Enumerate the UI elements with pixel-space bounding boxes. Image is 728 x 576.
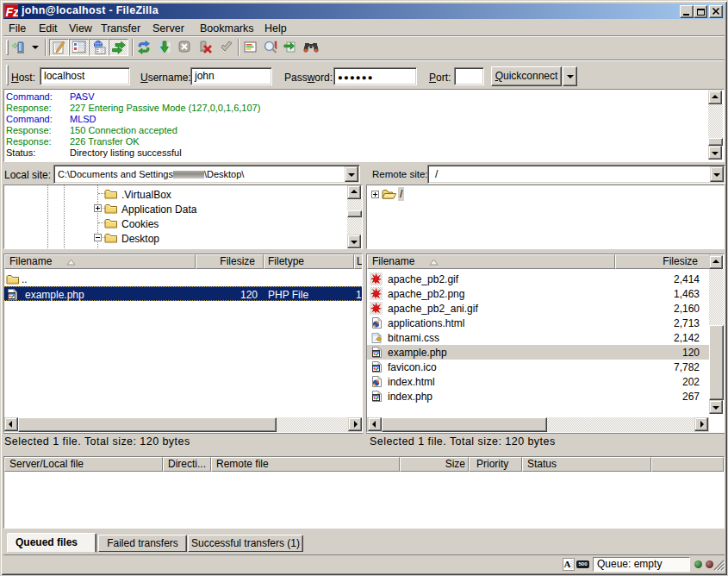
svg-text:A: A (564, 559, 571, 569)
svg-text:Fz: Fz (6, 5, 19, 19)
